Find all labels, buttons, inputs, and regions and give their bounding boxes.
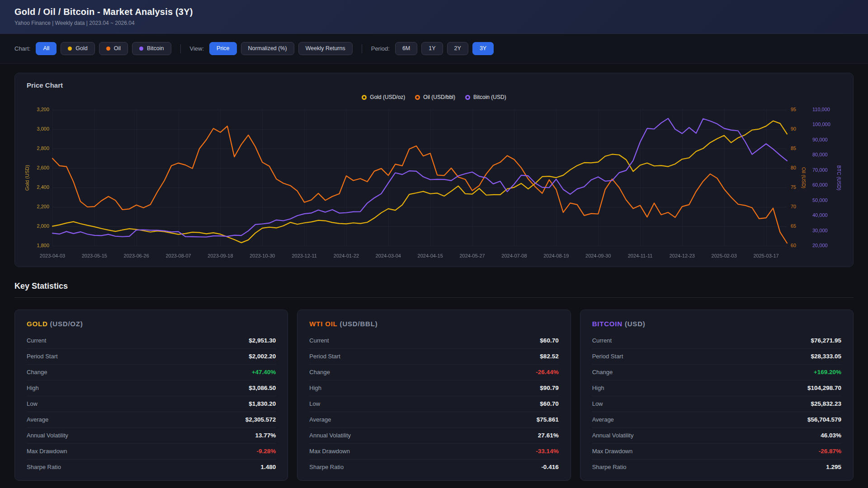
asset-unit: (USD/BBL) bbox=[340, 320, 378, 328]
stat-value: $75.861 bbox=[537, 416, 559, 423]
stat-row-high: High$3,086.50 bbox=[27, 380, 276, 396]
stat-row-high: High$104,298.70 bbox=[592, 380, 841, 396]
toolbar-divider bbox=[180, 44, 181, 53]
price-chart-canvas[interactable] bbox=[15, 105, 854, 263]
gold-dot-icon bbox=[68, 47, 72, 51]
legend-item-oil-usd-bbl[interactable]: Oil (USD/bbl) bbox=[415, 94, 455, 100]
stat-value: $60.70 bbox=[540, 337, 558, 344]
stat-label: Average bbox=[309, 416, 331, 423]
stat-row-high: High$90.79 bbox=[309, 380, 558, 396]
chart-legend: Gold (USD/oz)Oil (USD/bbl)Bitcoin (USD) bbox=[15, 94, 853, 100]
price-chart-panel: Price Chart Gold (USD/oz)Oil (USD/bbl)Bi… bbox=[14, 73, 854, 267]
period-button-2y[interactable]: 2Y bbox=[447, 42, 468, 55]
chart-filter-button-gold[interactable]: Gold bbox=[61, 42, 94, 55]
period-filter-group: 6M1Y2Y3Y bbox=[395, 42, 494, 55]
chart-filter-button-label: Gold bbox=[75, 46, 87, 52]
stat-value: $76,271.95 bbox=[811, 337, 841, 344]
chart-filter-label: Chart: bbox=[14, 45, 30, 52]
period-button-1y[interactable]: 1Y bbox=[421, 42, 443, 55]
stat-row-low: Low$1,830.20 bbox=[27, 396, 276, 412]
stat-row-sharpe-ratio: Sharpe Ratio1.480 bbox=[27, 460, 276, 475]
stat-row-period-start: Period Start$28,333.05 bbox=[592, 349, 841, 365]
stat-label: Average bbox=[592, 416, 614, 423]
asset-symbol: BITCOIN bbox=[592, 320, 623, 328]
stat-card-title: BITCOIN(USD) bbox=[592, 320, 841, 328]
page-title: Gold / Oil / Bitcoin - Market Analysis (… bbox=[14, 7, 854, 17]
chart-filter-group: AllGoldOilBitcoin bbox=[36, 42, 171, 55]
chart-filter-button-label: Oil bbox=[114, 46, 121, 52]
view-button-weekly-returns[interactable]: Weekly Returns bbox=[298, 42, 353, 55]
stat-value: -33.14% bbox=[536, 448, 558, 455]
stat-row-annual-volatility: Annual Volatility46.03% bbox=[592, 428, 841, 444]
stat-label: Sharpe Ratio bbox=[27, 464, 61, 470]
chart-title: Price Chart bbox=[27, 81, 63, 89]
stat-label: Average bbox=[27, 416, 48, 423]
stat-label: High bbox=[592, 385, 604, 391]
period-button-3y[interactable]: 3Y bbox=[472, 42, 494, 55]
asset-symbol: GOLD bbox=[27, 320, 48, 328]
toolbar: Chart: AllGoldOilBitcoin View: PriceNorm… bbox=[0, 34, 868, 64]
stat-value: +169.20% bbox=[814, 369, 841, 375]
app-header: Gold / Oil / Bitcoin - Market Analysis (… bbox=[0, 0, 868, 34]
period-filter-label: Period: bbox=[371, 45, 390, 52]
stat-value: $82.52 bbox=[540, 353, 558, 360]
legend-label: Gold (USD/oz) bbox=[370, 94, 405, 100]
stat-label: Sharpe Ratio bbox=[309, 464, 344, 470]
stat-value: +47.40% bbox=[252, 369, 276, 375]
period-button-label: 6M bbox=[402, 46, 410, 52]
stat-row-average: Average$75.861 bbox=[309, 412, 558, 428]
stat-row-average: Average$56,704.579 bbox=[592, 412, 841, 428]
chart-filter-button-bitcoin[interactable]: Bitcoin bbox=[132, 42, 171, 55]
stat-label: Sharpe Ratio bbox=[592, 464, 627, 470]
stat-label: Annual Volatility bbox=[592, 432, 634, 439]
stat-row-current: Current$2,951.30 bbox=[27, 333, 276, 349]
stat-cards: GOLD(USD/OZ)Current$2,951.30Period Start… bbox=[14, 310, 854, 481]
view-button-price[interactable]: Price bbox=[209, 42, 236, 55]
stat-row-max-drawdown: Max Drawdown-33.14% bbox=[309, 444, 558, 460]
view-button-label: Price bbox=[217, 46, 229, 52]
bitcoin-usd-legend-marker-icon bbox=[465, 95, 470, 100]
view-button-normalized[interactable]: Normalized (%) bbox=[241, 42, 294, 55]
period-button-6m[interactable]: 6M bbox=[395, 42, 417, 55]
legend-item-bitcoin-usd[interactable]: Bitcoin (USD) bbox=[465, 94, 506, 100]
oil-usd-bbl-legend-marker-icon bbox=[415, 95, 420, 100]
key-statistics-heading: Key Statistics bbox=[14, 282, 854, 298]
chart-filter-button-all[interactable]: All bbox=[36, 42, 57, 55]
stat-label: Change bbox=[309, 369, 330, 375]
stat-value: $1,830.20 bbox=[249, 400, 276, 407]
stat-value: 46.03% bbox=[821, 432, 841, 439]
stat-card-title: WTI OIL(USD/BBL) bbox=[309, 320, 558, 328]
stat-row-change: Change-26.44% bbox=[309, 365, 558, 380]
stat-row-sharpe-ratio: Sharpe Ratio1.295 bbox=[592, 460, 841, 475]
period-button-label: 1Y bbox=[429, 46, 435, 52]
stat-label: Max Drawdown bbox=[592, 448, 633, 455]
stat-value: 1.480 bbox=[261, 464, 276, 470]
asset-symbol: WTI OIL bbox=[309, 320, 337, 328]
stat-row-current: Current$76,271.95 bbox=[592, 333, 841, 349]
stat-label: Low bbox=[27, 400, 38, 407]
chart-filter-button-oil[interactable]: Oil bbox=[99, 42, 128, 55]
stat-label: Current bbox=[592, 337, 612, 344]
stat-row-period-start: Period Start$82.52 bbox=[309, 349, 558, 365]
stat-value: $104,298.70 bbox=[807, 385, 841, 391]
stat-row-max-drawdown: Max Drawdown-9.28% bbox=[27, 444, 276, 460]
period-button-label: 2Y bbox=[454, 46, 461, 52]
stat-label: Period Start bbox=[309, 353, 340, 360]
stat-row-annual-volatility: Annual Volatility27.61% bbox=[309, 428, 558, 444]
stat-card-gold: GOLD(USD/OZ)Current$2,951.30Period Start… bbox=[14, 310, 288, 481]
stat-row-low: Low$60.70 bbox=[309, 396, 558, 412]
stat-value: $25,832.23 bbox=[811, 400, 841, 407]
stat-label: Max Drawdown bbox=[27, 448, 67, 455]
legend-item-gold-usd-oz[interactable]: Gold (USD/oz) bbox=[362, 94, 405, 100]
stat-label: High bbox=[309, 385, 321, 391]
chart-filter-button-label: All bbox=[43, 46, 49, 52]
stat-row-annual-volatility: Annual Volatility13.77% bbox=[27, 428, 276, 444]
bitcoin-dot-icon bbox=[139, 47, 143, 51]
stat-value: 27.61% bbox=[538, 432, 559, 439]
view-button-label: Weekly Returns bbox=[306, 46, 345, 52]
stat-value: 13.77% bbox=[255, 432, 276, 439]
stat-row-current: Current$60.70 bbox=[309, 333, 558, 349]
stat-value: $90.79 bbox=[540, 385, 558, 391]
gold-usd-oz-legend-marker-icon bbox=[362, 95, 367, 100]
stat-value: $28,333.05 bbox=[811, 353, 841, 360]
